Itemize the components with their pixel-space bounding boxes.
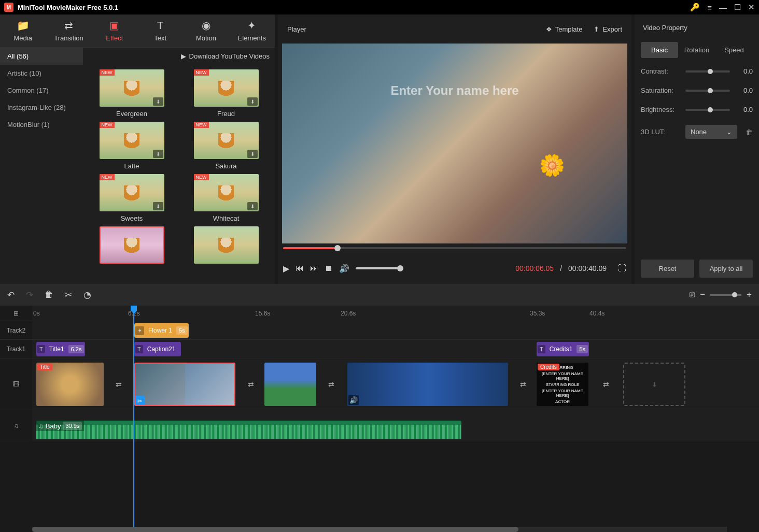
download-icon[interactable]: ⬇ (247, 202, 258, 210)
vclip-title[interactable]: Title (36, 363, 104, 406)
new-badge: NEW (100, 69, 115, 76)
delete-lut-icon[interactable]: 🗑 (746, 128, 753, 136)
effect-selected[interactable] (87, 226, 176, 264)
download-icon[interactable]: ⬇ (153, 202, 163, 210)
next-icon[interactable]: ⏭ (310, 264, 318, 273)
track2[interactable]: ✦ Flower 1 5s (32, 321, 759, 340)
volume-icon[interactable]: 🔊 (339, 264, 349, 274)
volume-slider[interactable] (356, 267, 402, 269)
tab-elements[interactable]: ✦Elements (229, 15, 275, 47)
speed-icon[interactable]: ◔ (83, 290, 91, 300)
video-track-icon: 🎞 (0, 358, 32, 410)
playhead[interactable] (133, 306, 134, 527)
export-button[interactable]: ⬆Export (594, 25, 622, 33)
reset-button[interactable]: Reset (641, 260, 694, 278)
app-logo-icon: M (4, 3, 13, 12)
transition-slot-icon[interactable]: ⇄ (325, 379, 338, 390)
effect-whitecat[interactable]: NEW⬇ Whitecat (181, 174, 271, 222)
horizontal-scrollbar[interactable] (32, 527, 727, 532)
vclip-selected[interactable]: ✂ (134, 363, 235, 406)
maximize-icon[interactable]: ☐ (734, 3, 741, 12)
transition-icon: ⇄ (64, 20, 73, 31)
trash-icon[interactable]: 🗑 (45, 290, 53, 300)
zoom-in-icon[interactable]: + (747, 290, 752, 300)
tab-text[interactable]: TText (137, 15, 183, 47)
prop-tab-rotation[interactable]: Rotation (678, 42, 715, 58)
prop-tab-basic[interactable]: Basic (641, 42, 678, 58)
vclip-credits[interactable]: Credits STARRING [ENTER YOUR NAME HERE] … (537, 363, 588, 406)
audio-clip[interactable]: ♫ Baby 30.9s (36, 421, 461, 439)
saturation-value: 0.0 (738, 87, 753, 94)
clip-flower[interactable]: ✦ Flower 1 5s (134, 323, 189, 338)
vclip-city[interactable]: 🔊 (347, 363, 508, 406)
undo-icon[interactable]: ↶ (7, 290, 15, 300)
video-track[interactable]: Title ⇄ ✂ ⇄ ⇄ 🔊 ⇄ Credits STARRING [ENTE… (32, 358, 759, 410)
clip-title1[interactable]: T Title1 6.2s (36, 342, 85, 356)
zoom-out-icon[interactable]: − (700, 290, 705, 300)
track1[interactable]: T Title1 6.2s T Caption21 T Credits1 5s (32, 340, 759, 358)
brightness-slider[interactable] (685, 109, 730, 111)
effect-latte[interactable]: NEW⬇ Latte (87, 122, 176, 170)
close-icon[interactable]: ✕ (748, 3, 755, 12)
flower-element: 🌼 (539, 153, 565, 178)
download-icon[interactable]: ⬇ (247, 150, 258, 158)
key-icon[interactable]: 🔑 (690, 3, 700, 12)
transition-slot-icon[interactable]: ⇄ (245, 379, 257, 390)
apply-all-button[interactable]: Apply to all (699, 260, 753, 278)
cat-instagram[interactable]: Instagram-Like (28) (0, 99, 83, 116)
cat-common[interactable]: Common (17) (0, 82, 83, 99)
effect-item[interactable] (181, 226, 271, 264)
vclip-landscape[interactable] (264, 363, 316, 406)
add-track-button[interactable]: ⊞ (0, 306, 32, 321)
stop-icon[interactable]: ⏹ (325, 264, 333, 273)
player-title: Player (287, 25, 306, 33)
export-icon: ⬆ (594, 25, 599, 33)
prop-tab-speed[interactable]: Speed (715, 42, 753, 58)
download-icon[interactable]: ⬇ (247, 97, 258, 106)
player-panel: Player ❖Template ⬆Export Enter Your name… (278, 15, 631, 284)
tab-effect[interactable]: ▣Effect (92, 15, 137, 47)
effect-sakura[interactable]: NEW⬇ Sakura (181, 122, 271, 170)
play-icon[interactable]: ▶ (283, 264, 289, 274)
split-badge-icon[interactable]: ✂ (134, 396, 145, 406)
progress-bar[interactable] (283, 243, 626, 253)
tab-motion[interactable]: ◉Motion (183, 15, 229, 47)
ruler[interactable]: 0s 6.2s 15.6s 20.6s 35.3s 40.4s (32, 306, 759, 321)
fullscreen-icon[interactable]: ⛶ (618, 264, 626, 273)
cat-motionblur[interactable]: MotionBlur (1) (0, 116, 83, 133)
youtube-icon: ▶ (181, 52, 186, 60)
effect-sweets[interactable]: NEW⬇ Sweets (87, 174, 176, 222)
transition-slot-icon[interactable]: ⇄ (113, 379, 125, 390)
clip-credits1[interactable]: T Credits1 5s (537, 342, 589, 356)
cat-artistic[interactable]: Artistic (10) (0, 65, 83, 82)
lut-dropdown[interactable]: None⌄ (685, 125, 737, 139)
drop-zone[interactable]: ⬇ (623, 363, 685, 406)
saturation-slider[interactable] (685, 90, 730, 92)
download-youtube-link[interactable]: ▶ Download YouTube Videos (83, 48, 275, 64)
template-button[interactable]: ❖Template (546, 25, 583, 33)
credits-tag: Credits (538, 364, 559, 370)
download-icon[interactable]: ⬇ (153, 97, 163, 106)
fit-icon[interactable]: ⎚ (690, 290, 695, 300)
contrast-slider[interactable] (685, 70, 730, 73)
menu-icon[interactable]: ≡ (707, 3, 712, 12)
effect-evergreen[interactable]: NEW⬇ Evergreen (87, 69, 176, 118)
redo-icon[interactable]: ↷ (26, 290, 33, 300)
cat-all[interactable]: All (56) (0, 48, 83, 65)
prev-icon[interactable]: ⏮ (296, 264, 304, 273)
audio-track[interactable]: ♫ Baby 30.9s (32, 410, 759, 441)
tab-transition[interactable]: ⇄Transition (46, 15, 91, 47)
minimize-icon[interactable]: — (719, 3, 727, 12)
properties-title: Video Property (641, 21, 753, 35)
titlebar: M MiniTool MovieMaker Free 5.0.1 🔑 ≡ — ☐… (0, 0, 759, 15)
video-preview[interactable]: Enter Your name here 🌼 (282, 44, 627, 243)
effect-freud[interactable]: NEW⬇ Freud (181, 69, 271, 118)
download-icon[interactable]: ⬇ (153, 150, 163, 158)
transition-slot-icon[interactable]: ⇄ (517, 379, 529, 390)
split-icon[interactable]: ✂ (65, 290, 72, 300)
zoom-slider[interactable] (710, 294, 741, 296)
transition-slot-icon[interactable]: ⇄ (600, 379, 612, 390)
clip-caption21[interactable]: T Caption21 (134, 342, 181, 356)
chevron-down-icon: ⌄ (726, 128, 732, 136)
tab-media[interactable]: 📁Media (0, 15, 46, 47)
